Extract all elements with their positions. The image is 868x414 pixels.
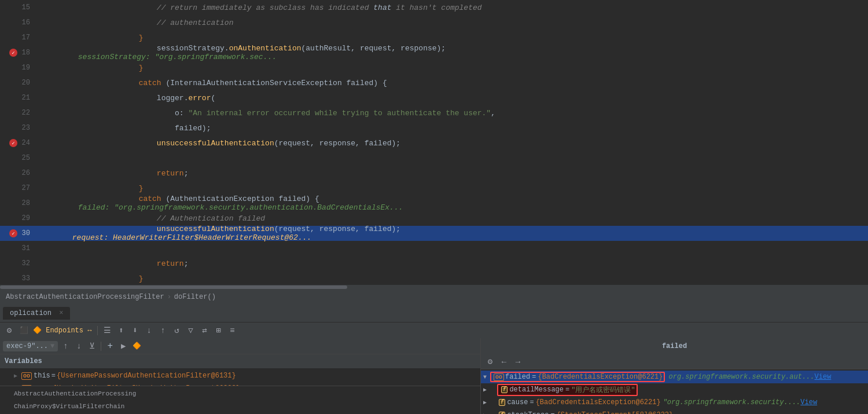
debug-title-text: failed <box>662 342 687 350</box>
toolbar-btn-filter[interactable]: ▽ <box>185 325 196 336</box>
line-gutter-15: 15 <box>0 3 35 12</box>
breadcrumb-class[interactable]: AbstractAuthenticationProcessingFilter <box>6 293 164 301</box>
code-line-24: ✓ 24 unsuccessfulAuthentication(request,… <box>0 135 868 151</box>
debug-add-btn[interactable]: + <box>104 340 116 352</box>
thread-selector[interactable]: exec-9"... ▼ <box>3 341 58 351</box>
breakpoint-18[interactable]: ✓ <box>9 49 17 57</box>
variables-label: Variables <box>5 357 42 365</box>
stack-frame-2[interactable]: ChainProxy$VirtualFilterChain <box>0 400 480 413</box>
bottom-tabs-row: oplication × <box>0 305 868 322</box>
code-horizontal-scrollbar[interactable] <box>0 285 868 290</box>
debug-expand-btn[interactable]: ▶ <box>117 340 129 352</box>
tab-application[interactable]: oplication × <box>3 307 70 320</box>
debug-popup-settings[interactable]: ⚙ <box>484 356 496 368</box>
bottom-content: exec-9"... ▼ ↑ ↓ ⊻ + ▶ 🔶 Variables <box>0 338 868 414</box>
endpoints-label[interactable]: 🔶 Endpoints ↔ <box>31 325 94 336</box>
breakpoint-24[interactable]: ✓ <box>9 139 17 147</box>
right-debug-popup: failed ⚙ ← → ▼ oo failed = {BadCredentia… <box>480 338 868 414</box>
debug-row-failed[interactable]: ▼ oo failed = {BadCredentialsException@6… <box>481 371 868 383</box>
toolbar-btn-arrow-down2[interactable]: ↓ <box>143 325 155 336</box>
bottom-panel: oplication × ⚙ ⬛ 🔶 Endpoints ↔ ☰ ⬆ ⬇ ↓ ↑… <box>0 305 868 414</box>
left-toolbar: exec-9"... ▼ ↑ ↓ ⊻ + ▶ 🔶 <box>0 338 480 354</box>
breadcrumb-method[interactable]: doFilter() <box>174 293 216 301</box>
breakpoint-30[interactable]: ✓ <box>9 229 17 237</box>
toolbar-btn-down[interactable]: ⬇ <box>129 325 141 336</box>
toolbar-btn-layout[interactable]: ☰ <box>101 325 113 336</box>
thread-label: exec-9"... <box>6 342 48 350</box>
debug-popup-back[interactable]: ← <box>498 356 510 368</box>
stack-frame-1[interactable]: AbstractAuthenticationProcessing <box>0 387 480 400</box>
toolbar-row: ⚙ ⬛ 🔶 Endpoints ↔ ☰ ⬆ ⬇ ↓ ↑ ↺ ▽ ⇄ ⊞ ≡ <box>0 322 868 338</box>
var-row-this[interactable]: ▶ oo this = {UsernamePasswordAuthenticat… <box>0 369 480 382</box>
debug-row-detailMessage[interactable]: ▶ f detailMessage = "用户名或密码错误" <box>481 383 868 396</box>
toolbar-btn-up[interactable]: ⬆ <box>115 325 127 336</box>
debug-filter-btn[interactable]: ⊻ <box>86 340 98 352</box>
debug-vars-icon[interactable]: 🔶 <box>131 340 142 352</box>
left-panel: exec-9"... ▼ ↑ ↓ ⊻ + ▶ 🔶 Variables <box>0 338 480 414</box>
debug-view-link-failed[interactable]: View <box>815 373 832 381</box>
toolbar-btn-refresh[interactable]: ↺ <box>171 325 182 336</box>
code-line-30: ✓ 30 unsuccessfulAuthentication(request,… <box>0 226 868 241</box>
toolbar-btn-arrow-up2[interactable]: ↑ <box>157 325 168 336</box>
debug-row-stackTrace[interactable]: ▶ f stackTrace = {StackTraceElement[58]@… <box>481 409 868 414</box>
debug-popup-fwd[interactable]: → <box>512 356 524 368</box>
debug-nav-up[interactable]: ↑ <box>60 340 71 352</box>
var-expand-this[interactable]: ▶ <box>12 372 20 380</box>
var-tree: ▶ oo this = {UsernamePasswordAuthenticat… <box>0 368 480 386</box>
variables-header: Variables <box>0 354 480 368</box>
stack-frames: AbstractAuthenticationProcessing ChainPr… <box>0 386 480 414</box>
code-editor: 15 // return immediately as subclass has… <box>0 0 868 290</box>
toolbar-btn-table[interactable]: ⊞ <box>212 325 224 336</box>
debug-popup-title: failed <box>481 338 868 354</box>
toolbar-btn-arrows[interactable]: ⇄ <box>198 325 210 336</box>
tab-close-btn[interactable]: × <box>59 309 63 317</box>
toolbar-icon-1[interactable]: ⚙ <box>3 325 15 336</box>
toolbar-btn-list[interactable]: ≡ <box>226 325 238 336</box>
code-line-33: 33 } <box>0 271 868 286</box>
debug-tree: ▼ oo failed = {BadCredentialsException@6… <box>481 369 868 414</box>
breadcrumb-bar: AbstractAuthenticationProcessingFilter ›… <box>0 290 868 305</box>
debug-view-link-cause[interactable]: View <box>800 398 817 406</box>
debug-nav-down[interactable]: ↓ <box>73 340 84 352</box>
debug-row-cause[interactable]: ▶ f cause = {BadCredentialsException@622… <box>481 396 868 409</box>
debug-popup-toolbar: ⚙ ← → <box>481 354 868 369</box>
